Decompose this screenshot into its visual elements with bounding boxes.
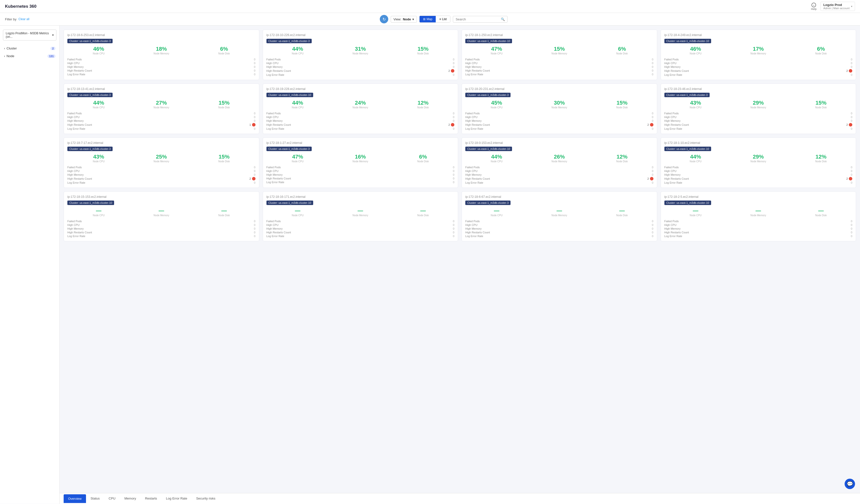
cpu-value: 46%	[664, 46, 727, 52]
log-error-value: 0	[652, 181, 653, 184]
node-card[interactable]: ip-172-18-16-171.ec2.internal Cluster: u…	[263, 191, 458, 241]
high-memory-value: 0	[254, 227, 255, 230]
high-cpu-label: High CPU	[267, 62, 278, 64]
bottom-tab-memory[interactable]: Memory	[120, 494, 141, 504]
node-disk-metric: 6% Node Disk	[192, 46, 255, 55]
high-restarts-row: High Restarts Count 2	[664, 69, 852, 73]
chevron-down-icon: ▾	[851, 5, 852, 8]
cpu-label: Node CPU	[664, 214, 727, 217]
log-error-row: Log Error Rate 0	[67, 127, 256, 130]
high-restarts-value: 2	[647, 177, 653, 181]
node-card[interactable]: ip-172-18-13-41.ec2.internal Cluster: us…	[63, 84, 259, 134]
node-card[interactable]: ip-172-18-7-17.ec2.internal Cluster: us-…	[63, 138, 259, 188]
node-card[interactable]: ip-172-18-10-226.ec2.internal Cluster: u…	[263, 30, 458, 80]
log-error-value: 0	[453, 181, 454, 184]
bottom-tab-security-risks[interactable]: Security risks	[192, 494, 220, 504]
memory-label: Node Memory	[528, 160, 590, 163]
failed-pods-value: 0	[254, 58, 255, 61]
search-input[interactable]	[456, 17, 499, 21]
log-error-row: Log Error Rate 0	[664, 181, 852, 184]
chat-button[interactable]: 💬	[845, 479, 855, 489]
list-toggle-button[interactable]: ≡ List	[436, 16, 450, 23]
disk-label: Node Disk	[790, 52, 852, 55]
failed-pods-label: Failed Pods	[664, 166, 679, 169]
bottom-tab-log-error-rate[interactable]: Log Error Rate	[161, 494, 192, 504]
node-card[interactable]: ip-172-18-23-46.ec2.internal Cluster: us…	[661, 84, 856, 134]
memory-value: 27%	[130, 100, 192, 106]
node-memory-metric: 18% Node Memory	[130, 46, 192, 55]
high-memory-value: 0	[254, 66, 255, 68]
node-metrics: — Node CPU — Node Memory — Node Disk	[664, 207, 852, 217]
memory-label: Node Memory	[130, 106, 192, 109]
node-card[interactable]: ip-172-18-19-228.ec2.internal Cluster: u…	[263, 84, 458, 134]
high-cpu-row: High CPU 0	[267, 170, 455, 172]
high-restarts-value: 2	[249, 177, 255, 181]
bottom-tab-cpu[interactable]: CPU	[104, 494, 120, 504]
high-cpu-value: 0	[254, 170, 255, 172]
high-cpu-row: High CPU 0	[664, 224, 852, 226]
high-memory-label: High Memory	[267, 227, 283, 230]
failed-pods-label: Failed Pods	[664, 58, 679, 61]
main-layout: Logzio ProdMon - M3DB Metrics (on... ▾ ›…	[0, 26, 860, 504]
node-card[interactable]: ip-172-18-0-153.ec2.internal Cluster: us…	[461, 138, 657, 188]
refresh-button[interactable]: ↻	[380, 15, 388, 23]
node-card[interactable]: ip-172-18-1-10.ec2.internal Cluster: us-…	[661, 138, 856, 188]
sidebar-item-cluster-label: › Cluster	[4, 46, 17, 50]
user-info[interactable]: Logzio Prod Admin | Main account ▾	[820, 2, 855, 11]
map-toggle-button[interactable]: ⊞ Map	[419, 16, 436, 23]
sidebar-item-node-label: › Node	[4, 54, 14, 58]
high-cpu-value: 0	[851, 170, 852, 172]
disk-value: 15%	[192, 154, 255, 160]
node-cluster-badge: Cluster: us-east-1_m3db-cluster-10	[465, 39, 512, 43]
high-restarts-row: High Restarts Count 2	[664, 177, 852, 181]
bottom-tab-restarts[interactable]: Restarts	[141, 494, 161, 504]
node-metrics: — Node CPU — Node Memory — Node Disk	[67, 207, 256, 217]
node-stats: Failed Pods 0 High CPU 0 High Memory 0 H…	[67, 220, 256, 237]
memory-value: 29%	[727, 154, 790, 160]
node-cpu-metric: 47% Node CPU	[465, 46, 528, 55]
node-cluster-badge: Cluster: us-east-1_m3db-cluster-3	[67, 93, 113, 97]
node-card[interactable]: ip-172-18-2-5.ec2.internal Cluster: us-e…	[661, 191, 856, 241]
node-card[interactable]: ip-172-18-1-250.ec2.internal Cluster: us…	[461, 30, 657, 80]
failed-pods-label: Failed Pods	[664, 112, 679, 115]
help-button[interactable]: Help	[811, 2, 817, 11]
node-memory-metric: 15% Node Memory	[528, 46, 590, 55]
restart-dot	[451, 69, 454, 73]
node-stats: Failed Pods 0 High CPU 0 High Memory 0 H…	[67, 58, 256, 76]
bottom-tab-overview[interactable]: Overview	[63, 494, 86, 503]
node-card[interactable]: ip-172-18-20-231.ec2.internal Cluster: u…	[461, 84, 657, 134]
high-cpu-value: 0	[851, 62, 852, 64]
sidebar-dropdown-button[interactable]: Logzio ProdMon - M3DB Metrics (on... ▾	[3, 30, 56, 41]
failed-pods-value: 0	[652, 166, 653, 169]
bottom-tab-status[interactable]: Status	[86, 494, 104, 504]
failed-pods-row: Failed Pods 0	[67, 112, 256, 115]
log-error-label: Log Error Rate	[465, 235, 483, 237]
view-select[interactable]: View: Node ▾	[391, 16, 417, 23]
high-memory-label: High Memory	[267, 173, 283, 176]
sidebar-item-node[interactable]: › Node 131	[0, 52, 59, 60]
failed-pods-label: Failed Pods	[465, 58, 480, 61]
node-stats: Failed Pods 0 High CPU 0 High Memory 0 H…	[664, 58, 852, 76]
sidebar-item-cluster[interactable]: › Cluster 2	[0, 44, 59, 52]
failed-pods-row: Failed Pods 0	[67, 166, 256, 169]
node-card[interactable]: ip-172-18-6-253.ec2.internal Cluster: us…	[63, 30, 259, 80]
node-cluster-badge: Cluster: us-east-1_m3db-cluster-10	[664, 147, 711, 151]
node-card[interactable]: ip-172-18-4-249.ec2.internal Cluster: us…	[661, 30, 856, 80]
cpu-label: Node CPU	[465, 106, 528, 109]
view-label: View:	[393, 17, 401, 21]
cpu-label: Node CPU	[465, 160, 528, 163]
restart-dot	[252, 123, 256, 127]
node-cpu-metric: 47% Node CPU	[267, 154, 329, 163]
high-memory-row: High Memory 0	[664, 173, 852, 176]
node-card[interactable]: ip-172-18-1-27.ec2.internal Cluster: us-…	[263, 138, 458, 188]
high-memory-row: High Memory 0	[67, 227, 256, 230]
node-card[interactable]: ip-172-18-15-153.ec2.internal Cluster: u…	[63, 191, 259, 241]
node-cluster-badge: Cluster: us-east-1_m3db-cluster-3	[267, 39, 312, 43]
failed-pods-value: 0	[254, 112, 255, 115]
high-memory-row: High Memory 0	[465, 119, 654, 122]
failed-pods-label: Failed Pods	[465, 220, 480, 223]
disk-value: 12%	[790, 154, 852, 160]
clear-all-button[interactable]: Clear all	[18, 17, 29, 21]
node-card[interactable]: ip-172-18-6-67.ec2.internal Cluster: us-…	[461, 191, 657, 241]
failed-pods-row: Failed Pods 0	[465, 58, 654, 61]
